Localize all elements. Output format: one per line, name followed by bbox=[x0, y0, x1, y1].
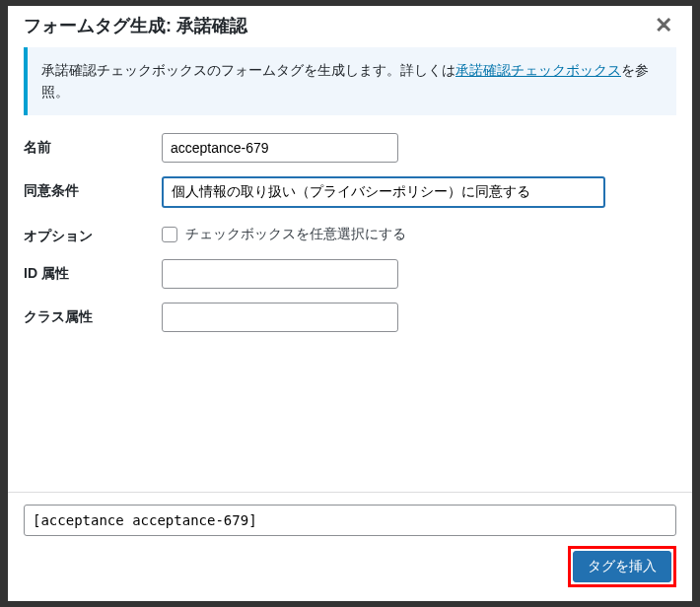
row-class-attr: クラス属性 bbox=[24, 303, 676, 332]
modal-header: フォームタグ生成: 承諾確認 ✕ bbox=[8, 6, 692, 47]
label-class-attr: クラス属性 bbox=[24, 303, 162, 326]
row-name: 名前 bbox=[24, 133, 676, 163]
name-input[interactable] bbox=[162, 133, 398, 163]
tag-output[interactable] bbox=[24, 505, 676, 536]
row-id-attr: ID 属性 bbox=[24, 259, 676, 289]
info-link[interactable]: 承諾確認チェックボックス bbox=[455, 62, 621, 78]
row-options: オプション チェックボックスを任意選択にする bbox=[24, 222, 676, 245]
label-condition: 同意条件 bbox=[24, 176, 162, 200]
modal-title: フォームタグ生成: 承諾確認 bbox=[24, 14, 247, 37]
optional-checkbox[interactable] bbox=[162, 227, 177, 242]
id-attr-input[interactable] bbox=[162, 259, 398, 289]
optional-checkbox-label: チェックボックスを任意選択にする bbox=[185, 226, 406, 243]
class-attr-input[interactable] bbox=[162, 303, 398, 332]
info-box: 承諾確認チェックボックスのフォームタグを生成します。詳しくは承諾確認チェックボッ… bbox=[24, 47, 676, 115]
insert-tag-button[interactable]: タグを挿入 bbox=[573, 551, 671, 582]
label-name: 名前 bbox=[24, 133, 162, 157]
close-button[interactable]: ✕ bbox=[651, 15, 676, 36]
condition-input[interactable] bbox=[162, 176, 605, 208]
close-icon: ✕ bbox=[655, 13, 672, 37]
highlight-annotation: タグを挿入 bbox=[568, 546, 676, 587]
row-condition: 同意条件 bbox=[24, 176, 676, 208]
footer-actions: タグを挿入 bbox=[24, 546, 676, 587]
form-table: 名前 同意条件 オプション チェックボックスを任意選択にする bbox=[24, 133, 676, 332]
info-text-prefix: 承諾確認チェックボックスのフォームタグを生成します。詳しくは bbox=[41, 62, 455, 78]
label-id-attr: ID 属性 bbox=[24, 259, 162, 283]
modal-body: 承諾確認チェックボックスのフォームタグを生成します。詳しくは承諾確認チェックボッ… bbox=[8, 47, 692, 492]
modal-footer: タグを挿入 bbox=[8, 492, 692, 601]
label-options: オプション bbox=[24, 222, 162, 245]
form-tag-generator-modal: フォームタグ生成: 承諾確認 ✕ 承諾確認チェックボックスのフォームタグを生成し… bbox=[8, 6, 692, 601]
